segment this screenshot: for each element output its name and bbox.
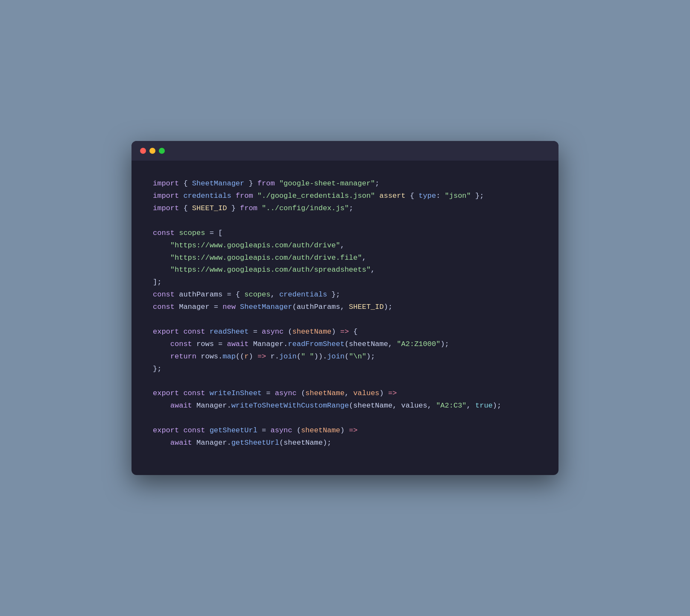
code-content: import { SheetManager } from "google-she… <box>132 161 558 475</box>
maximize-button[interactable] <box>159 148 165 154</box>
code-editor-window: import { SheetManager } from "google-she… <box>132 141 558 475</box>
titlebar <box>132 141 558 161</box>
close-button[interactable] <box>140 148 146 154</box>
minimize-button[interactable] <box>149 148 155 154</box>
